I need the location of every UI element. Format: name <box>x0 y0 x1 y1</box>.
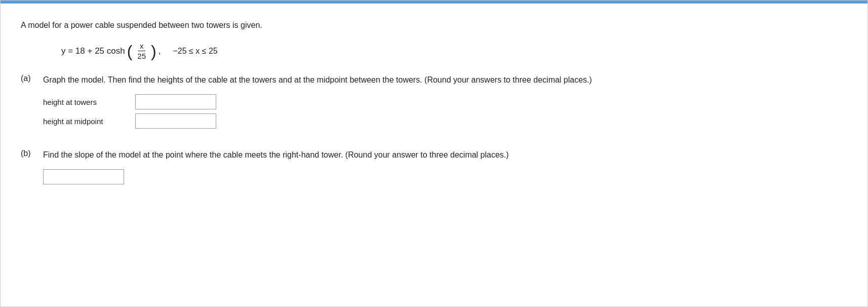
height-midpoint-input[interactable] <box>135 113 216 129</box>
height-midpoint-label: height at midpoint <box>43 117 129 126</box>
part-b: (b) Find the slope of the model at the p… <box>21 149 847 188</box>
part-b-content: Find the slope of the model at the point… <box>43 149 847 188</box>
part-a: (a) Graph the model. Then find the heigh… <box>21 74 847 133</box>
part-b-label: (b) Find the slope of the model at the p… <box>21 149 847 188</box>
fraction-denominator: 25 <box>135 51 148 60</box>
height-towers-input[interactable] <box>135 94 216 109</box>
height-towers-label: height at towers <box>43 98 129 106</box>
formula-expression: y = 18 + 25 cosh ( x 25 ) , <box>61 42 161 60</box>
height-towers-row: height at towers <box>43 94 847 109</box>
open-paren: ( <box>127 43 133 59</box>
page-container: A model for a power cable suspended betw… <box>0 0 868 307</box>
height-midpoint-row: height at midpoint <box>43 113 847 129</box>
domain-text: −25 ≤ x ≤ 25 <box>173 47 217 56</box>
part-a-content: Graph the model. Then find the heights o… <box>43 74 847 133</box>
intro-text: A model for a power cable suspended betw… <box>21 21 847 30</box>
part-a-letter: (a) <box>21 74 35 83</box>
fraction-numerator: x <box>138 42 146 51</box>
comma: , <box>159 46 161 56</box>
part-a-label: (a) Graph the model. Then find the heigh… <box>21 74 847 133</box>
close-paren: ) <box>151 43 156 59</box>
fraction: x 25 <box>135 42 148 60</box>
formula-left: y = 18 + 25 cosh <box>61 46 125 56</box>
formula-line: y = 18 + 25 cosh ( x 25 ) , −25 ≤ x ≤ 25 <box>61 42 847 60</box>
top-border <box>1 1 867 4</box>
part-b-letter: (b) <box>21 149 35 158</box>
slope-input[interactable] <box>43 169 124 184</box>
part-a-text: Graph the model. Then find the heights o… <box>43 74 847 86</box>
part-b-text: Find the slope of the model at the point… <box>43 149 847 161</box>
slope-row <box>43 169 847 184</box>
